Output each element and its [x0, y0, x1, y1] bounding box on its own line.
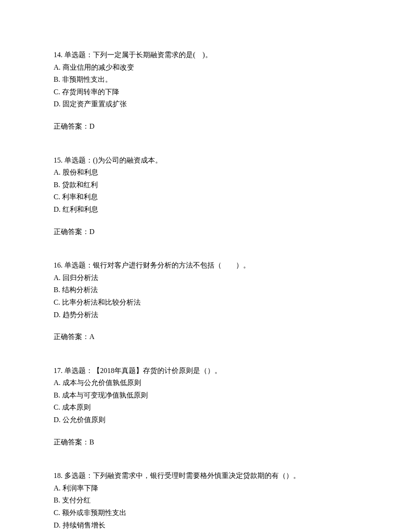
- answer-label: 正确答案：: [54, 333, 89, 340]
- question-text: 下列一定属于长期融资需求的是( )。: [93, 51, 212, 59]
- question-text: 银行对客户进行财务分析的方法不包括（ ）。: [93, 261, 250, 269]
- answer-line: 正确答案：D: [54, 121, 357, 132]
- question-number: 15.: [54, 156, 63, 164]
- question-text: ()为公司的融资成本。: [93, 156, 162, 164]
- question-16: 16. 单选题：银行对客户进行财务分析的方法不包括（ ）。 A. 回归分析法 B…: [54, 260, 357, 343]
- option-b: B. 支付分红: [54, 494, 357, 506]
- option-c: C. 成本原则: [54, 402, 357, 413]
- answer-line: 正确答案：B: [54, 436, 357, 448]
- option-c: C. 额外或非预期性支出: [54, 507, 357, 519]
- question-text: 【2018年真题】存货的计价原则是（）。: [93, 367, 222, 374]
- answer-value: A: [89, 333, 95, 340]
- question-stem: 18. 多选题：下列融资需求中，银行受理时需要格外慎重决定贷款期的有（）。: [54, 470, 357, 482]
- question-type: 单选题：: [64, 51, 93, 59]
- question-type: 单选题：: [64, 367, 93, 374]
- option-c: C. 比率分析法和比较分析法: [54, 297, 357, 308]
- option-c: C. 存货周转率的下降: [54, 86, 357, 98]
- answer-line: 正确答案：D: [54, 226, 357, 238]
- option-b: B. 贷款和红利: [54, 179, 357, 191]
- question-stem: 17. 单选题：【2018年真题】存货的计价原则是（）。: [54, 365, 357, 377]
- option-a: A. 股份和利息: [54, 167, 357, 178]
- question-15: 15. 单选题：()为公司的融资成本。 A. 股份和利息 B. 贷款和红利 C.…: [54, 155, 357, 238]
- question-number: 14.: [54, 51, 63, 59]
- answer-value: D: [89, 228, 95, 235]
- option-d: D. 固定资产重置或扩张: [54, 98, 357, 110]
- option-a: A. 回归分析法: [54, 272, 357, 284]
- question-type: 多选题：: [64, 472, 93, 479]
- answer-label: 正确答案：: [54, 122, 89, 130]
- option-d: D. 红利和利息: [54, 204, 357, 215]
- option-b: B. 成本与可变现净值孰低原则: [54, 390, 357, 401]
- question-text: 下列融资需求中，银行受理时需要格外慎重决定贷款期的有（）。: [93, 472, 300, 479]
- answer-value: D: [89, 122, 95, 130]
- option-a: A. 商业信用的减少和改变: [54, 62, 357, 73]
- question-stem: 16. 单选题：银行对客户进行财务分析的方法不包括（ ）。: [54, 260, 357, 271]
- question-17: 17. 单选题：【2018年真题】存货的计价原则是（）。 A. 成本与公允价值孰…: [54, 365, 357, 448]
- option-d: D. 持续销售增长: [54, 519, 357, 531]
- option-c: C. 利率和利息: [54, 191, 357, 203]
- answer-value: B: [89, 438, 94, 446]
- question-number: 17.: [54, 367, 63, 374]
- answer-line: 正确答案：A: [54, 331, 357, 343]
- question-14: 14. 单选题：下列一定属于长期融资需求的是( )。 A. 商业信用的减少和改变…: [54, 49, 357, 132]
- question-number: 18.: [54, 472, 63, 479]
- option-d: D. 趋势分析法: [54, 309, 357, 321]
- question-stem: 14. 单选题：下列一定属于长期融资需求的是( )。: [54, 49, 357, 61]
- question-type: 单选题：: [64, 156, 93, 164]
- question-18: 18. 多选题：下列融资需求中，银行受理时需要格外慎重决定贷款期的有（）。 A.…: [54, 470, 357, 532]
- question-type: 单选题：: [64, 261, 93, 269]
- option-b: B. 非预期性支出。: [54, 74, 357, 85]
- option-a: A. 成本与公允价值孰低原则: [54, 377, 357, 389]
- option-a: A. 利润率下降: [54, 482, 357, 494]
- answer-label: 正确答案：: [54, 228, 89, 235]
- option-b: B. 结构分析法: [54, 284, 357, 296]
- option-d: D. 公允价值原则: [54, 414, 357, 426]
- question-number: 16.: [54, 261, 63, 269]
- question-stem: 15. 单选题：()为公司的融资成本。: [54, 155, 357, 166]
- answer-label: 正确答案：: [54, 438, 89, 446]
